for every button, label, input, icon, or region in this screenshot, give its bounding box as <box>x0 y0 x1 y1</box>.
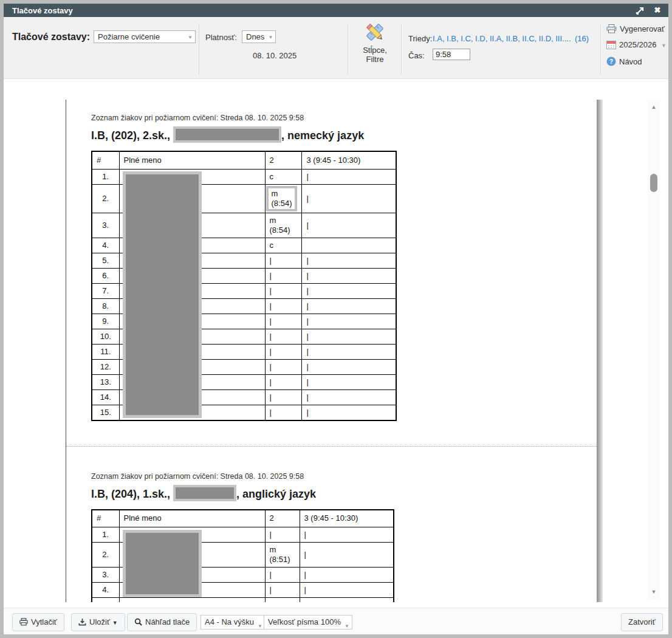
redacted-name <box>173 126 281 143</box>
print-reports-dialog: Tlačové zostavy ✖ Tlačové zostavy: Požia… <box>4 4 668 634</box>
generate-label: Vygenerovať <box>620 24 665 33</box>
expand-icon[interactable] <box>636 5 645 15</box>
page-right-edge <box>597 100 603 602</box>
table-column-header: 2 <box>265 510 300 527</box>
classes-label: Triedy: <box>408 34 432 43</box>
report-section: Zoznam žiakov pri požiarnom cvičení: Str… <box>66 114 597 421</box>
close-icon[interactable]: ✖ <box>653 5 662 15</box>
font-size-select[interactable]: Veľkosť písma 100% ▼ <box>264 615 352 629</box>
ruler-pencil-icon <box>365 35 385 44</box>
close-button[interactable]: Zatvoriť <box>621 613 663 631</box>
chevron-down-icon: ▼ <box>661 43 667 49</box>
printer-icon <box>606 24 617 35</box>
help-button[interactable]: ? Návod <box>606 57 642 68</box>
table-column-header: 3 (9:45 - 10:30) <box>300 510 394 527</box>
page-break <box>66 446 597 447</box>
scrollbar-thumb[interactable] <box>650 174 657 192</box>
time-label: Čas: <box>408 51 425 60</box>
question-icon: ? <box>606 57 616 68</box>
calendar-icon <box>606 40 616 51</box>
school-year-label: 2025/2026 <box>619 40 656 49</box>
toolbar: Tlačové zostavy: Požiarne cvičenie ▼ Pla… <box>4 17 668 79</box>
dialog-title: Tlačové zostavy <box>12 6 73 15</box>
download-icon <box>78 618 86 626</box>
toolbar-separator <box>199 24 199 75</box>
chevron-down-icon: ▼ <box>345 620 349 633</box>
chevron-down-icon: ▼ <box>188 35 193 40</box>
table-column-header: 2 <box>265 151 302 169</box>
columns-filters-label: Filtre <box>356 55 394 64</box>
generate-button[interactable]: Vygenerovať <box>606 24 665 35</box>
chevron-down-icon: ▼ <box>268 35 273 40</box>
print-preview-button[interactable]: Náhľad tlače <box>127 613 197 631</box>
report-preview: Zoznam žiakov pri požiarnom cvičení: Str… <box>4 80 668 608</box>
redacted-name <box>173 485 236 501</box>
table-column-header: Plné meno <box>119 510 265 527</box>
redacted-names-block <box>123 530 202 597</box>
toolbar-separator <box>401 24 402 75</box>
document-viewport: Zoznam žiakov pri požiarnom cvičení: Str… <box>66 80 597 602</box>
validity-select[interactable]: Dnes ▼ <box>242 30 276 43</box>
report-subtitle: Zoznam žiakov pri požiarnom cvičení: Str… <box>91 472 597 481</box>
print-button[interactable]: Vytlačiť <box>12 613 64 631</box>
report-select[interactable]: Požiarne cvičenie ▼ <box>94 30 196 43</box>
columns-filters-button[interactable]: Stĺpce, Filtre <box>356 22 394 75</box>
table-column-header: # <box>92 151 119 169</box>
report-heading: I.B, (204), 1.sk., , anglický jazyk <box>91 485 597 501</box>
classes-count-link[interactable]: (16) <box>575 34 589 43</box>
paper-format-select[interactable]: A4 - Na výšku ▼ <box>201 615 266 629</box>
columns-filters-label: Stĺpce, <box>356 46 394 55</box>
report-subtitle: Zoznam žiakov pri požiarnom cvičení: Str… <box>91 114 597 122</box>
toolbar-separator <box>600 24 601 75</box>
table-column-header: # <box>92 510 119 527</box>
chevron-down-icon: ▼ <box>112 620 118 626</box>
validity-date: 08. 10. 2025 <box>253 51 297 60</box>
toolbar-separator <box>348 24 348 75</box>
footer-bar: Vytlačiť Uložiť▼ Náhľad tlače A4 - Na vý… <box>4 608 668 634</box>
school-year-select[interactable]: 2025/2026 ▼ <box>606 40 667 51</box>
scroll-down-icon[interactable]: ▼ <box>648 587 660 597</box>
table-column-header: Plné meno <box>119 151 265 169</box>
save-button[interactable]: Uložiť▼ <box>71 613 125 631</box>
redacted-names-block <box>123 171 202 418</box>
reports-label: Tlačové zostavy: <box>12 32 90 43</box>
report-section: Zoznam žiakov pri požiarnom cvičení: Str… <box>66 472 597 603</box>
svg-text:?: ? <box>609 58 613 65</box>
table-column-header: 3 (9:45 - 10:30) <box>302 151 396 169</box>
classes-link[interactable]: I.A, I.B, I.C, I.D, II.A, II.B, II.C, II… <box>433 34 571 43</box>
table-row: 5. <box>92 598 394 603</box>
dialog-titlebar: Tlačové zostavy ✖ <box>4 4 668 17</box>
current-lesson-mark: m(8:54) <box>266 186 298 211</box>
help-label: Návod <box>619 57 642 66</box>
scroll-up-icon[interactable]: ▲ <box>648 102 660 112</box>
report-heading: I.B, (202), 2.sk., , nemecký jazyk <box>91 126 597 143</box>
chevron-down-icon: ▼ <box>258 620 262 633</box>
time-input[interactable] <box>433 49 470 60</box>
search-icon <box>134 618 142 626</box>
validity-label: Platnosť: <box>205 33 237 42</box>
printer-icon <box>19 618 28 626</box>
preview-scrollbar[interactable]: ▲ ▼ <box>648 100 660 599</box>
